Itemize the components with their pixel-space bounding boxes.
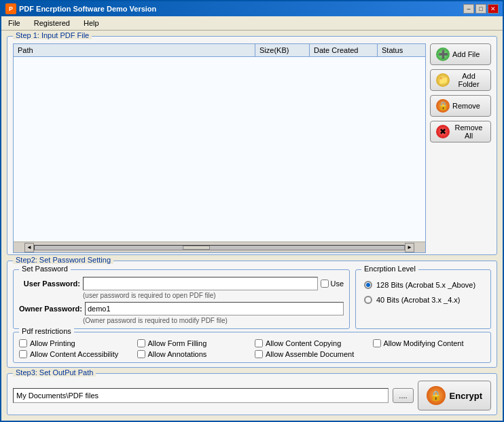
restriction-printing: Allow Printing (19, 339, 132, 347)
close-button[interactable]: ✕ (488, 4, 499, 14)
table-header: Path Size(KB) Date Created Status (14, 44, 425, 57)
checkbox-printing[interactable] (19, 339, 27, 347)
radio-128bit-label: 128 Bits (Acrobat 5.x _Above) (376, 281, 475, 289)
restriction-annotations: Allow Annotations (137, 350, 250, 358)
step2-label: Step2: Set Password Setting (13, 256, 113, 264)
label-content-copying: Allow Content Copying (266, 339, 341, 347)
app-icon: P (5, 3, 16, 14)
encryption-option-1[interactable]: 40 Bits (Acrobat 3.x _4.x) (364, 296, 482, 304)
restriction-assemble: Allow Assemble Document (255, 350, 367, 358)
restriction-modifying-content: Allow Modifying Content (373, 339, 486, 347)
remove-all-button[interactable]: ✖ Remove All (430, 121, 491, 142)
checkbox-content-copying[interactable] (255, 339, 263, 347)
encryption-level-box: Encrption Level 128 Bits (Acrobat 5.x _A… (355, 269, 491, 329)
encrypt-icon: 🔒 (427, 386, 446, 405)
checkbox-annotations[interactable] (137, 350, 145, 358)
window-title: PDF Encrption Software Demo Version (19, 5, 156, 13)
restrictions-label: Pdf restrictions (19, 327, 74, 335)
main-window: P PDF Encrption Software Demo Version – … (0, 0, 504, 422)
user-password-hint: (user password is required to open PDF f… (19, 292, 344, 299)
user-password-label: User Password: (19, 280, 80, 288)
scroll-left-arrow[interactable]: ◄ (24, 243, 34, 252)
remove-label: Remove (452, 102, 480, 110)
remove-icon: 🔒 (436, 99, 450, 113)
step1-label: Step 1: Input PDF File (13, 31, 92, 39)
step2-section: Step2: Set Password Setting Set Password… (7, 261, 497, 368)
step1-section: Step 1: Input PDF File Path Size(KB) Dat… (7, 36, 497, 255)
set-password-label: Set Password (19, 265, 71, 273)
label-annotations: Allow Annotations (148, 350, 207, 358)
user-password-row: User Password: Use (19, 277, 344, 290)
step1-content: Path Size(KB) Date Created Status ◄ ► (13, 43, 491, 253)
checkbox-modifying-content[interactable] (373, 339, 381, 347)
encryption-label: Encrption Level (361, 265, 418, 273)
use-checkbox-row: Use (321, 280, 344, 288)
owner-password-label: Owner Password: (19, 305, 82, 313)
title-bar-left: P PDF Encrption Software Demo Version (5, 3, 156, 14)
file-action-buttons: ➕ Add File 📁 Add Folder 🔒 Remove ✖ Remov… (430, 43, 491, 253)
encrypt-button[interactable]: 🔒 Encrypt (418, 381, 491, 410)
col-date: Date Created (310, 44, 378, 56)
remove-button[interactable]: 🔒 Remove (430, 95, 491, 117)
owner-password-hint: (Owner password is required to modify PD… (19, 317, 344, 324)
remove-all-icon: ✖ (436, 125, 450, 138)
owner-password-input[interactable] (85, 302, 344, 315)
scrollbar-track[interactable] (34, 245, 405, 250)
minimize-button[interactable]: – (463, 4, 474, 14)
scroll-right-arrow[interactable]: ► (405, 243, 414, 252)
label-form-filling: Allow Form Filling (148, 339, 207, 347)
label-printing: Allow Printing (30, 339, 75, 347)
table-body (14, 57, 425, 242)
scrollbar-thumb[interactable] (183, 246, 210, 250)
browse-button[interactable]: .... (393, 388, 413, 403)
label-modifying-content: Allow Modifying Content (384, 339, 464, 347)
set-password-box: Set Password User Password: Use (user pa… (13, 269, 350, 329)
restrictions-box: Pdf restrictions Allow Printing Allow Fo… (13, 332, 491, 363)
use-checkbox[interactable] (321, 280, 329, 288)
col-size: Size(KB) (255, 44, 310, 56)
add-folder-button[interactable]: 📁 Add Folder (430, 69, 491, 91)
title-buttons: – □ ✕ (463, 4, 499, 14)
radio-40bit-label: 40 Bits (Acrobat 3.x _4.x) (376, 296, 461, 304)
step2-content: Set Password User Password: Use (user pa… (13, 269, 491, 329)
user-password-input[interactable] (83, 277, 318, 290)
restrictions-grid: Allow Printing Allow Form Filling Allow … (19, 339, 485, 358)
step3-label: Step3: Set OutPut Path (13, 368, 96, 377)
add-folder-icon: 📁 (436, 73, 450, 87)
label-assemble: Allow Assemble Document (266, 350, 354, 358)
restriction-content-copying: Allow Content Copying (255, 339, 367, 347)
menu-bar: File Registered Help (1, 16, 503, 31)
add-file-label: Add File (452, 50, 480, 58)
checkbox-form-filling[interactable] (137, 339, 145, 347)
title-bar: P PDF Encrption Software Demo Version – … (1, 1, 503, 16)
horizontal-scrollbar[interactable]: ◄ ► (14, 242, 425, 252)
col-path: Path (14, 44, 255, 56)
label-accessibility: Allow Content Accessibility (30, 350, 118, 358)
radio-40bit[interactable] (364, 296, 372, 304)
step3-section: Step3: Set OutPut Path .... 🔒 Encrypt (7, 373, 497, 415)
output-path-input[interactable] (13, 388, 389, 403)
maximize-button[interactable]: □ (475, 4, 486, 14)
checkbox-assemble[interactable] (255, 350, 263, 358)
add-file-icon: ➕ (436, 47, 450, 61)
file-table: Path Size(KB) Date Created Status ◄ ► (13, 43, 426, 253)
menu-file[interactable]: File (4, 18, 24, 28)
step3-content: .... 🔒 Encrypt (13, 381, 491, 410)
checkbox-accessibility[interactable] (19, 350, 27, 358)
restriction-accessibility: Allow Content Accessibility (19, 350, 132, 358)
content-area: Step 1: Input PDF File Path Size(KB) Dat… (1, 31, 503, 421)
add-folder-label: Add Folder (452, 72, 485, 88)
menu-registered[interactable]: Registered (30, 18, 74, 28)
add-file-button[interactable]: ➕ Add File (430, 43, 491, 65)
restriction-form-filling: Allow Form Filling (137, 339, 250, 347)
encrypt-label: Encrypt (450, 391, 482, 401)
use-label: Use (330, 280, 344, 288)
remove-all-label: Remove All (452, 123, 485, 140)
col-status: Status (378, 44, 425, 56)
menu-help[interactable]: Help (79, 18, 103, 28)
encryption-option-0[interactable]: 128 Bits (Acrobat 5.x _Above) (364, 281, 482, 289)
radio-128bit[interactable] (364, 281, 372, 289)
owner-password-row: Owner Password: (19, 302, 344, 315)
